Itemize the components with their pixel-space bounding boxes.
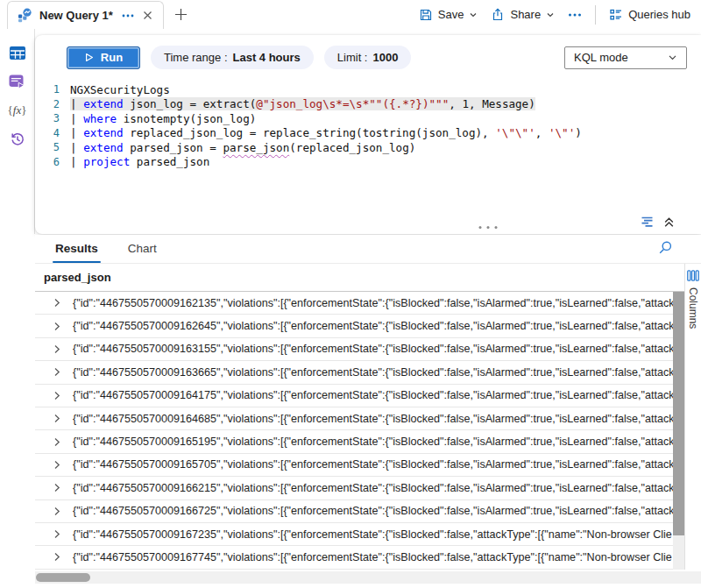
time-range-button[interactable]: Time range : Last 4 hours [151,46,314,69]
functions-icon[interactable]: {fx} [8,102,27,119]
columns-panel-toggle[interactable]: Columns [684,264,701,570]
row-json-text: {"id":"4467550570009167745","violations"… [73,551,672,563]
share-button[interactable]: Share [491,8,555,22]
expand-chevron-icon[interactable] [53,322,61,331]
time-range-value: Last 4 hours [233,51,301,64]
expand-chevron-icon[interactable] [53,529,61,539]
expand-chevron-icon[interactable] [53,483,61,492]
row-json-text: {"id":"4467550570009164175","violations"… [73,389,675,401]
code-line[interactable]: 6| project parsed_json [35,155,701,170]
vertical-scrollbar[interactable] [673,292,684,570]
queries-hub-icon [609,8,623,22]
line-number: 5 [35,141,60,153]
table-row[interactable]: {"id":"4467550570009162135","violations"… [35,292,684,315]
limit-value: 1000 [372,51,398,64]
table-row[interactable]: {"id":"4467550570009165705","violations"… [35,454,684,477]
table-row[interactable]: {"id":"4467550570009167745","violations"… [35,546,684,569]
results-tab-bar: Results Chart [35,235,701,264]
table-row[interactable]: {"id":"4467550570009164175","violations"… [35,385,684,407]
query-history-icon[interactable] [8,131,27,148]
table-row[interactable]: {"id":"4467550570009166725","violations"… [35,500,684,523]
line-number: 4 [35,127,60,139]
row-json-text: {"id":"4467550570009166215","violations"… [73,482,675,494]
tab-close-icon[interactable] [143,11,152,20]
toolbar-actions: Save Share Queries hub [419,5,701,25]
play-icon [84,53,94,62]
line-number: 3 [35,112,60,124]
limit-button[interactable]: Limit : 1000 [324,46,412,69]
table-row[interactable]: {"id":"4467550570009163665","violations"… [35,361,684,384]
expand-chevron-icon[interactable] [53,414,61,423]
saved-query-icon[interactable] [8,73,27,90]
app-icon [18,8,32,23]
table-row[interactable]: {"id":"4467550570009163155","violations"… [35,338,684,361]
left-sidebar: {fx} [0,29,35,234]
code-text: | extend replaced_json_log = replace_str… [70,126,582,139]
splitter-handle[interactable] [477,225,499,230]
code-line[interactable]: 4| extend replaced_json_log = replace_st… [35,126,701,141]
table-icon[interactable] [8,44,27,61]
code-line[interactable]: 3| where isnotempty(json_log) [35,111,701,126]
code-line[interactable]: 5| extend parsed_json = parse_json(repla… [35,140,701,155]
code-text: | extend parsed_json = parse_json(replac… [70,141,415,154]
row-json-text: {"id":"4467550570009167235","violations"… [73,528,672,541]
row-json-text: {"id":"4467550570009162135","violations"… [73,297,675,309]
columns-label: Columns [687,287,699,329]
row-json-text: {"id":"4467550570009165195","violations"… [73,436,675,448]
run-button[interactable]: Run [67,46,140,69]
results-panel: Results Chart parsed_json {"id":"4467550… [35,235,701,588]
results-rows: {"id":"4467550570009162135","violations"… [35,292,684,570]
save-button[interactable]: Save [419,8,478,22]
save-label: Save [438,8,464,21]
expand-chevron-icon[interactable] [53,344,61,354]
format-lines-icon[interactable] [640,216,655,228]
code-text: | project parsed_json [70,155,209,168]
share-label: Share [510,8,541,21]
queries-hub-button[interactable]: Queries hub [609,8,690,22]
kql-mode-value: KQL mode [574,51,628,64]
vertical-scrollbar-thumb[interactable] [673,292,684,535]
line-number: 1 [35,83,60,96]
azure-data-explorer-page: { "colors": { "accent": "#0f6cbd", "run_… [0,0,701,588]
new-tab-button[interactable] [174,8,188,21]
horizontal-scrollbar[interactable] [35,571,701,584]
kql-mode-select[interactable]: KQL mode [564,46,687,69]
expand-chevron-icon[interactable] [53,298,61,308]
expand-chevron-icon[interactable] [53,367,61,377]
column-header[interactable]: parsed_json [35,264,684,292]
time-range-label: Time range : [164,51,228,64]
chevron-down-icon [668,53,677,62]
row-json-text: {"id":"4467550570009163155","violations"… [73,343,675,355]
more-options-icon[interactable] [568,13,582,17]
expand-chevron-icon[interactable] [53,391,61,400]
collapse-editor-icon[interactable] [663,216,675,228]
table-row[interactable]: {"id":"4467550570009166215","violations"… [35,477,684,499]
table-row[interactable]: {"id":"4467550570009164685","violations"… [35,407,684,430]
table-row[interactable]: {"id":"4467550570009167235","violations"… [35,523,684,546]
tab-chart[interactable]: Chart [125,237,159,263]
tab-more-icon[interactable] [122,14,134,18]
search-icon[interactable] [658,240,673,255]
code-text: | extend json_log = extract(@"json_log\s… [70,97,535,110]
code-editor[interactable]: 1NGXSecurityLogs2| extend json_log = ext… [35,82,701,169]
row-json-text: {"id":"4467550570009164685","violations"… [73,413,675,425]
table-row[interactable]: {"id":"4467550570009165195","violations"… [35,430,684,453]
expand-chevron-icon[interactable] [53,552,61,562]
code-lines: 1NGXSecurityLogs2| extend json_log = ext… [35,82,701,169]
expand-chevron-icon[interactable] [53,460,61,470]
editor-corner-actions [640,216,675,228]
divider [595,5,596,25]
code-text: NGXSecurityLogs [70,83,170,96]
code-line[interactable]: 2| extend json_log = extract(@"json_log\… [35,97,701,112]
tab-results[interactable]: Results [53,237,101,263]
save-icon [419,8,433,22]
table-row[interactable]: {"id":"4467550570009162645","violations"… [35,315,684,337]
row-json-text: {"id":"4467550570009163665","violations"… [73,366,675,379]
code-line[interactable]: 1NGXSecurityLogs [35,82,701,97]
run-label: Run [101,51,123,64]
horizontal-scrollbar-thumb[interactable] [36,573,90,582]
row-json-text: {"id":"4467550570009165705","violations"… [73,458,675,471]
tab-new-query[interactable]: New Query 1* [7,1,164,29]
expand-chevron-icon[interactable] [53,507,61,516]
expand-chevron-icon[interactable] [53,437,61,447]
